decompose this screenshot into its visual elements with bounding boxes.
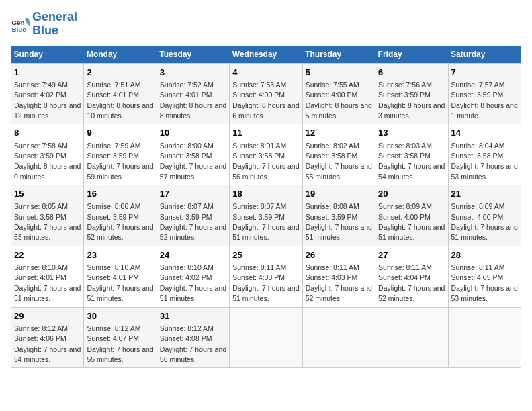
page-header: Gen Blue GeneralBlue — [11, 11, 521, 38]
day-number: 15 — [14, 188, 81, 200]
day-number: 31 — [160, 310, 226, 322]
calendar-cell: 15 Sunrise: 8:05 AMSunset: 3:58 PMDaylig… — [11, 185, 84, 246]
day-info: Sunrise: 8:09 AMSunset: 4:00 PMDaylight:… — [378, 202, 445, 241]
day-number: 30 — [87, 310, 153, 322]
day-number: 5 — [306, 66, 372, 79]
calendar-week-row: 22 Sunrise: 8:10 AMSunset: 4:01 PMDaylig… — [11, 246, 521, 307]
header-monday: Monday — [84, 46, 157, 64]
calendar-cell — [375, 307, 448, 368]
calendar-week-row: 1 Sunrise: 7:49 AMSunset: 4:02 PMDayligh… — [11, 63, 521, 124]
header-friday: Friday — [375, 46, 448, 64]
day-number: 28 — [451, 249, 518, 261]
calendar-cell: 11 Sunrise: 8:01 AMSunset: 3:58 PMDaylig… — [230, 124, 302, 185]
calendar-week-row: 29 Sunrise: 8:12 AMSunset: 4:06 PMDaylig… — [11, 307, 521, 368]
calendar-cell: 13 Sunrise: 8:03 AMSunset: 3:58 PMDaylig… — [375, 124, 448, 185]
calendar-cell: 27 Sunrise: 8:11 AMSunset: 4:04 PMDaylig… — [375, 246, 448, 307]
day-number: 8 — [14, 127, 81, 139]
day-number: 4 — [232, 66, 299, 79]
day-info: Sunrise: 8:04 AMSunset: 3:58 PMDaylight:… — [451, 142, 518, 181]
day-info: Sunrise: 7:52 AMSunset: 4:01 PMDaylight:… — [160, 81, 226, 120]
day-info: Sunrise: 8:02 AMSunset: 3:58 PMDaylight:… — [306, 142, 372, 181]
calendar-cell: 19 Sunrise: 8:08 AMSunset: 3:59 PMDaylig… — [302, 185, 375, 246]
day-info: Sunrise: 7:53 AMSunset: 4:00 PMDaylight:… — [232, 81, 299, 120]
day-info: Sunrise: 8:11 AMSunset: 4:03 PMDaylight:… — [232, 263, 299, 302]
calendar-cell: 28 Sunrise: 8:11 AMSunset: 4:05 PMDaylig… — [448, 246, 521, 307]
calendar-cell: 18 Sunrise: 8:07 AMSunset: 3:59 PMDaylig… — [230, 185, 302, 246]
calendar-cell: 22 Sunrise: 8:10 AMSunset: 4:01 PMDaylig… — [11, 246, 84, 307]
calendar-header-row: SundayMondayTuesdayWednesdayThursdayFrid… — [11, 46, 521, 64]
day-info: Sunrise: 8:11 AMSunset: 4:04 PMDaylight:… — [378, 263, 445, 302]
calendar-cell: 10 Sunrise: 8:00 AMSunset: 3:58 PMDaylig… — [157, 124, 229, 185]
calendar-cell: 2 Sunrise: 7:51 AMSunset: 4:01 PMDayligh… — [84, 63, 157, 124]
day-number: 24 — [160, 249, 226, 261]
calendar-week-row: 15 Sunrise: 8:05 AMSunset: 3:58 PMDaylig… — [11, 185, 521, 246]
day-number: 7 — [451, 66, 518, 79]
header-sunday: Sunday — [11, 46, 84, 64]
day-number: 23 — [87, 249, 153, 261]
calendar-cell: 1 Sunrise: 7:49 AMSunset: 4:02 PMDayligh… — [11, 63, 84, 124]
calendar-cell: 25 Sunrise: 8:11 AMSunset: 4:03 PMDaylig… — [230, 246, 302, 307]
day-number: 6 — [378, 66, 445, 79]
day-number: 3 — [160, 66, 226, 79]
calendar-cell: 24 Sunrise: 8:10 AMSunset: 4:02 PMDaylig… — [157, 246, 229, 307]
calendar-cell — [302, 307, 375, 368]
day-info: Sunrise: 7:51 AMSunset: 4:01 PMDaylight:… — [87, 81, 153, 120]
calendar-cell: 23 Sunrise: 8:10 AMSunset: 4:01 PMDaylig… — [84, 246, 157, 307]
calendar-cell — [230, 307, 302, 368]
day-info: Sunrise: 7:59 AMSunset: 3:59 PMDaylight:… — [87, 142, 153, 181]
day-info: Sunrise: 8:10 AMSunset: 4:01 PMDaylight:… — [87, 263, 153, 302]
day-info: Sunrise: 8:00 AMSunset: 3:58 PMDaylight:… — [160, 142, 226, 181]
day-number: 18 — [232, 188, 299, 200]
day-number: 27 — [378, 249, 445, 261]
day-info: Sunrise: 8:11 AMSunset: 4:05 PMDaylight:… — [451, 263, 518, 302]
calendar-cell: 30 Sunrise: 8:12 AMSunset: 4:07 PMDaylig… — [84, 307, 157, 368]
calendar-cell: 4 Sunrise: 7:53 AMSunset: 4:00 PMDayligh… — [230, 63, 302, 124]
day-number: 11 — [232, 127, 299, 139]
calendar-cell: 17 Sunrise: 8:07 AMSunset: 3:59 PMDaylig… — [157, 185, 229, 246]
day-number: 21 — [451, 188, 518, 200]
calendar-cell: 16 Sunrise: 8:06 AMSunset: 3:59 PMDaylig… — [84, 185, 157, 246]
calendar-cell: 9 Sunrise: 7:59 AMSunset: 3:59 PMDayligh… — [84, 124, 157, 185]
day-number: 29 — [14, 310, 81, 322]
day-info: Sunrise: 8:11 AMSunset: 4:03 PMDaylight:… — [306, 263, 372, 302]
calendar-cell: 12 Sunrise: 8:02 AMSunset: 3:58 PMDaylig… — [302, 124, 375, 185]
day-info: Sunrise: 8:12 AMSunset: 4:08 PMDaylight:… — [160, 324, 226, 363]
day-number: 22 — [14, 249, 81, 261]
calendar-cell — [448, 307, 521, 368]
day-number: 20 — [378, 188, 445, 200]
day-info: Sunrise: 8:05 AMSunset: 3:58 PMDaylight:… — [14, 202, 81, 241]
day-number: 13 — [378, 127, 445, 139]
calendar-cell: 21 Sunrise: 8:09 AMSunset: 4:00 PMDaylig… — [448, 185, 521, 246]
day-info: Sunrise: 8:10 AMSunset: 4:01 PMDaylight:… — [14, 263, 81, 302]
calendar-cell: 31 Sunrise: 8:12 AMSunset: 4:08 PMDaylig… — [157, 307, 229, 368]
day-number: 2 — [87, 66, 153, 79]
calendar-cell: 29 Sunrise: 8:12 AMSunset: 4:06 PMDaylig… — [11, 307, 84, 368]
calendar-cell: 14 Sunrise: 8:04 AMSunset: 3:58 PMDaylig… — [448, 124, 521, 185]
day-info: Sunrise: 8:09 AMSunset: 4:00 PMDaylight:… — [451, 202, 518, 241]
day-info: Sunrise: 8:12 AMSunset: 4:07 PMDaylight:… — [87, 324, 153, 363]
day-info: Sunrise: 7:55 AMSunset: 4:00 PMDaylight:… — [306, 81, 372, 120]
calendar-cell: 8 Sunrise: 7:58 AMSunset: 3:59 PMDayligh… — [11, 124, 84, 185]
day-number: 25 — [232, 249, 299, 261]
day-number: 19 — [306, 188, 372, 200]
day-info: Sunrise: 8:08 AMSunset: 3:59 PMDaylight:… — [306, 202, 372, 241]
day-info: Sunrise: 8:07 AMSunset: 3:59 PMDaylight:… — [232, 202, 299, 241]
day-info: Sunrise: 8:01 AMSunset: 3:58 PMDaylight:… — [232, 142, 299, 181]
day-number: 14 — [451, 127, 518, 139]
day-number: 17 — [160, 188, 226, 200]
day-info: Sunrise: 7:57 AMSunset: 3:59 PMDaylight:… — [451, 81, 518, 120]
header-tuesday: Tuesday — [157, 46, 229, 64]
svg-text:Blue: Blue — [11, 26, 26, 33]
day-info: Sunrise: 7:58 AMSunset: 3:59 PMDaylight:… — [14, 142, 81, 181]
day-info: Sunrise: 8:07 AMSunset: 3:59 PMDaylight:… — [160, 202, 226, 241]
header-wednesday: Wednesday — [230, 46, 302, 64]
logo-icon: Gen Blue — [11, 15, 30, 34]
day-number: 1 — [14, 66, 81, 79]
day-number: 9 — [87, 127, 153, 139]
logo-text: GeneralBlue — [32, 11, 77, 38]
calendar-cell: 20 Sunrise: 8:09 AMSunset: 4:00 PMDaylig… — [375, 185, 448, 246]
day-info: Sunrise: 8:06 AMSunset: 3:59 PMDaylight:… — [87, 202, 153, 241]
calendar-cell: 5 Sunrise: 7:55 AMSunset: 4:00 PMDayligh… — [302, 63, 375, 124]
calendar-cell: 6 Sunrise: 7:56 AMSunset: 3:59 PMDayligh… — [375, 63, 448, 124]
day-info: Sunrise: 8:12 AMSunset: 4:06 PMDaylight:… — [14, 324, 81, 363]
